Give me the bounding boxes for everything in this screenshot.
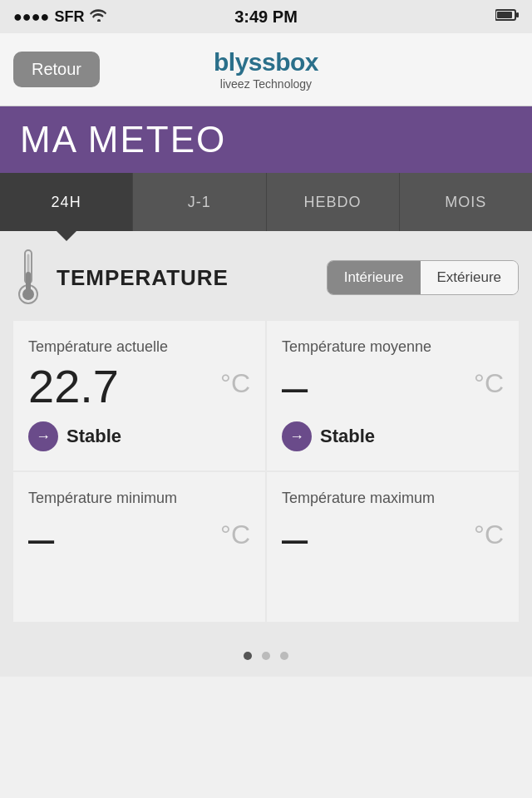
card-average-temp: Température moyenne – °C → Stable <box>267 321 519 470</box>
cards-grid: Température actuelle 22.7 °C → Stable Te… <box>13 321 519 622</box>
carrier-label: SFR <box>55 8 85 26</box>
signal-icon: ●●●● <box>13 8 50 26</box>
card-current-unit: °C <box>220 368 250 399</box>
status-time: 3:49 PM <box>234 7 298 27</box>
toggle-exterieure[interactable]: Extérieure <box>421 261 518 294</box>
svg-rect-7 <box>26 272 31 294</box>
stable-arrow-icon-1: → <box>28 421 58 451</box>
card-average-status-row: → Stable <box>282 421 504 451</box>
card-current-label: Température actuelle <box>28 337 250 357</box>
back-button[interactable]: Retour <box>13 52 100 87</box>
tab-hebdo[interactable]: HEBDO <box>267 173 400 231</box>
status-right <box>495 8 519 26</box>
tab-j1[interactable]: J-1 <box>133 173 266 231</box>
location-toggle: Intérieure Extérieure <box>327 260 519 295</box>
brand-name: blyssbox <box>214 47 318 77</box>
card-average-status: Stable <box>320 426 375 447</box>
card-average-unit: °C <box>474 368 504 399</box>
card-max-label: Température maximum <box>282 489 504 508</box>
section-title: TEMPERATURE <box>57 265 313 291</box>
card-max-value: – <box>282 515 308 561</box>
card-average-value: – <box>282 363 308 410</box>
card-min-value: – <box>28 515 54 561</box>
page-title: MA METEO <box>20 119 226 160</box>
card-average-label: Température moyenne <box>282 337 504 357</box>
battery-icon <box>495 8 519 26</box>
brand-tagline: liveez Technology <box>214 77 318 91</box>
app-header: Retour blyssbox liveez Technology <box>0 33 532 106</box>
card-min-unit: °C <box>220 520 250 550</box>
page-dots <box>0 635 532 677</box>
card-max-unit: °C <box>474 520 504 550</box>
card-min-label: Température minimum <box>28 489 250 508</box>
toggle-interieure[interactable]: Intérieure <box>328 261 421 294</box>
svg-rect-2 <box>516 12 519 17</box>
card-max-value-row: – °C <box>282 515 504 561</box>
card-current-temp: Température actuelle 22.7 °C → Stable <box>13 321 265 470</box>
page-title-bar: MA METEO <box>0 106 532 173</box>
status-left: ●●●● SFR <box>13 8 108 26</box>
card-current-status: Stable <box>66 426 121 447</box>
dot-1 <box>244 652 252 660</box>
content-area: TEMPERATURE Intérieure Extérieure Tempér… <box>0 231 532 635</box>
tab-bar: 24H J-1 HEBDO MOIS <box>0 173 532 231</box>
stable-arrow-icon-2: → <box>282 421 312 451</box>
wifi-icon <box>90 8 108 26</box>
card-min-temp: Température minimum – °C <box>13 472 265 622</box>
brand-area: blyssbox liveez Technology <box>214 47 318 91</box>
dot-3 <box>280 652 288 660</box>
dot-2 <box>262 652 270 660</box>
section-header: TEMPERATURE Intérieure Extérieure <box>13 248 519 308</box>
svg-rect-1 <box>497 12 512 18</box>
card-current-value-row: 22.7 °C <box>28 363 250 410</box>
card-max-temp: Température maximum – °C <box>267 472 519 622</box>
tab-24h[interactable]: 24H <box>0 173 133 231</box>
status-bar: ●●●● SFR 3:49 PM <box>0 0 532 33</box>
card-min-value-row: – °C <box>28 515 250 561</box>
tab-mois[interactable]: MOIS <box>400 173 532 231</box>
card-average-value-row: – °C <box>282 363 504 410</box>
card-current-value: 22.7 <box>28 363 119 410</box>
card-current-status-row: → Stable <box>28 421 250 451</box>
thermometer-icon <box>13 248 43 308</box>
